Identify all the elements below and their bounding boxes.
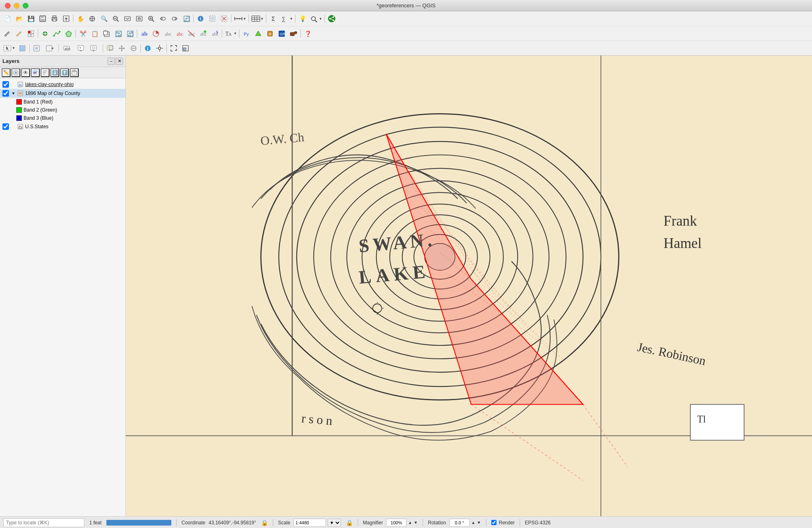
layer-style-button[interactable] [253,28,264,39]
new-project-button[interactable]: 📄 [2,13,13,24]
magnifier-input[interactable] [386,519,406,527]
print-button[interactable] [49,13,60,24]
deselect-button[interactable] [218,13,230,24]
change-label-button[interactable]: abc [60,43,75,54]
export-button[interactable] [60,13,72,24]
invert-selection-button[interactable] [31,43,42,54]
search-locator-button[interactable]: ▼ [309,13,323,24]
refresh-button[interactable]: 🔄 [181,13,192,24]
add-point-annotation-button[interactable] [87,43,102,54]
layer-item-band2[interactable]: Band 2 (Green) [0,106,125,114]
magnifier-stepper-up[interactable]: ▲ [408,520,412,525]
layer-checkbox-usstates[interactable] [2,123,9,130]
layer-checkbox-lakes[interactable] [2,81,9,88]
toggle-editing-button[interactable] [13,28,25,39]
magnifier-stepper-down[interactable]: ▼ [414,520,418,525]
save-project-button[interactable]: 💾 [25,13,37,24]
identify-button[interactable]: i [195,13,206,24]
save-as-button[interactable] [37,13,48,24]
open-project-button[interactable]: 📂 [13,13,25,24]
processing-toolbox-button[interactable]: ⚙ [264,28,276,39]
pan-tool-button[interactable]: ✋ [75,13,86,24]
add-line-feature-button[interactable] [51,28,63,39]
rotation-input[interactable] [449,519,470,527]
layer-item-map1896[interactable]: ▼ 1896 Map of Clay County [0,89,125,98]
share-button[interactable] [326,13,337,24]
rotation-stepper-down[interactable]: ▼ [477,520,481,525]
layer-checkbox-map1896[interactable] [2,90,9,97]
zoom-layer-button[interactable] [134,13,145,24]
cut-features-button[interactable]: ✂️ [77,28,89,39]
layer-open-button[interactable]: 👁 [21,68,30,77]
no-action-button[interactable] [128,43,139,54]
rotate-label-button[interactable]: abc [209,28,220,39]
zoom-in-button[interactable]: 🔍 [98,13,110,24]
layer-expand-lakes[interactable] [11,82,16,87]
label-option-button[interactable]: TA ▼ [223,28,238,39]
pan-map-with-arrow-button[interactable] [116,43,127,54]
layer-group-button[interactable] [70,68,79,77]
maximize-button[interactable] [23,3,28,9]
scale-dropdown[interactable]: ▼ [328,519,341,527]
help-button[interactable]: ❓ [302,28,313,39]
paste-features-button[interactable] [101,28,112,39]
layer-expand-usstates[interactable] [11,124,16,129]
show-hide-labels-button[interactable]: abc [186,28,197,39]
add-text-annotation-button[interactable]: T [75,43,86,54]
statistical-summary-button[interactable]: Σ [268,13,279,24]
render-checkbox[interactable] [491,520,497,525]
pin-label-button[interactable]: abc [174,28,185,39]
redo-button[interactable]: ↪️ [124,28,136,39]
layer-remove-button[interactable] [11,68,20,77]
locate-search-input[interactable] [3,518,84,527]
field-calculator-button[interactable]: ∑ ▼ [279,13,294,24]
diagram-button[interactable] [150,28,162,39]
layer-sort-button[interactable] [41,68,50,77]
coordinate-lock-icon[interactable]: 🔒 [261,519,268,526]
zoom-next-button[interactable] [169,13,180,24]
scale-input[interactable] [294,519,326,527]
zoom-previous-button[interactable] [157,13,168,24]
minimize-button[interactable] [14,3,19,9]
georeferencer-button[interactable]: GR [276,28,287,39]
label-tool-button[interactable]: abc [138,28,150,39]
settings-button[interactable] [154,43,165,54]
scale-lock-icon[interactable]: 🔒 [346,519,353,526]
layer-add-button[interactable]: ✏️ [2,68,11,77]
copy-features-button[interactable]: 📋 [89,28,100,39]
deselect-features-button[interactable] [17,43,28,54]
zoom-full-button[interactable] [122,13,133,24]
tips-button[interactable]: 💡 [297,13,308,24]
label-abc-button[interactable]: abc [162,28,173,39]
layer-down-button[interactable]: ⬇️ [50,68,59,77]
map-tips-button[interactable]: 💬 [104,43,116,54]
pan-to-selection-button[interactable] [43,43,57,54]
crs-label[interactable]: EPSG:4326 [525,520,551,526]
pan-map-button[interactable] [86,13,98,24]
zoom-selected-button[interactable] [145,13,157,24]
move-label-button[interactable]: abc [197,28,209,39]
plugin-button[interactable] [288,28,299,39]
undo-button[interactable]: ↩️ [112,28,124,39]
layers-minimize-button[interactable]: − [108,58,115,65]
layer-item-lakes[interactable]: lakes-clay-county-ohio [0,80,125,89]
map-overview-button[interactable] [180,43,191,54]
open-attribute-table-button[interactable]: ▼ [250,13,265,24]
layer-up-button[interactable]: ⬆️ [60,68,69,77]
rotation-stepper-up[interactable]: ▲ [471,520,475,525]
measure-button[interactable]: ▼ [233,13,247,24]
layer-filter-button[interactable]: ⚗️ [31,68,40,77]
full-screen-button[interactable] [168,43,179,54]
identify-features-button[interactable]: i [142,43,153,54]
layer-item-band1[interactable]: Band 1 (Red) [0,98,125,106]
current-edits-button[interactable] [2,28,13,39]
layers-close-button[interactable]: ✕ [116,58,123,65]
layer-item-band3[interactable]: Band 3 (Blue) [0,114,125,122]
add-point-feature-button[interactable] [39,28,51,39]
node-tool-button[interactable] [25,28,37,39]
add-polygon-feature-button[interactable] [63,28,74,39]
selection-tool-button[interactable]: ▼ [2,43,16,54]
close-button[interactable] [5,3,11,9]
zoom-out-button[interactable] [110,13,121,24]
python-console-button[interactable]: Py [241,28,252,39]
